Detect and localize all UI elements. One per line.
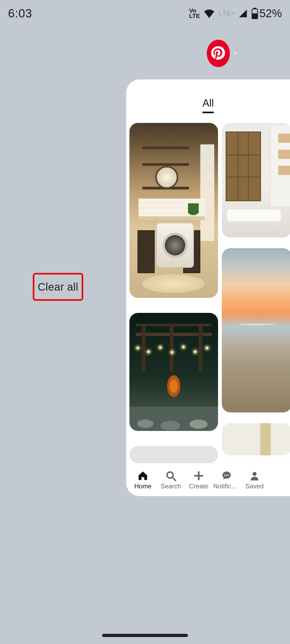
nav-search[interactable]: Search <box>157 470 185 490</box>
plus-icon <box>193 470 204 481</box>
pin-laundry-nook[interactable]: ••• <box>129 123 218 298</box>
svg-rect-2 <box>252 13 258 19</box>
feed-column-b <box>222 123 290 464</box>
tab-all[interactable]: All <box>202 97 214 113</box>
pinterest-logo-icon <box>207 40 230 67</box>
pin-loading-placeholder[interactable] <box>129 446 218 463</box>
nav-create[interactable]: Create <box>185 470 213 490</box>
battery-percent: 52% <box>259 7 282 20</box>
clear-all-label: Clear all <box>38 281 78 293</box>
android-status-bar: 6:03 Vo LTE LTE+ 52% <box>0 0 290 27</box>
nav-notifications-label: Notificat... <box>213 482 240 490</box>
clear-all-button[interactable]: Clear all <box>34 275 82 299</box>
nav-notifications[interactable]: Notificat... <box>213 470 241 490</box>
pin-interior-room-peek[interactable] <box>222 423 290 455</box>
svg-point-8 <box>253 472 257 476</box>
battery-icon <box>251 8 258 19</box>
volte-icon: Vo LTE <box>189 8 200 19</box>
feed-tabs: All <box>126 79 290 119</box>
wifi-icon <box>204 9 215 18</box>
home-icon <box>137 470 148 481</box>
search-icon <box>165 470 176 481</box>
bottom-nav: Home Search Create Notificat... Saved <box>126 463 290 496</box>
gesture-nav-bar[interactable] <box>102 634 188 637</box>
pin-sunset-beach[interactable] <box>222 248 290 412</box>
network-type-label: LTE+ <box>219 10 235 17</box>
volte-line2: LTE <box>189 13 200 19</box>
nav-search-label: Search <box>161 482 181 490</box>
pin-backyard-patio-night[interactable]: ••• <box>129 313 218 431</box>
svg-line-4 <box>173 478 176 481</box>
clock: 6:03 <box>8 7 32 20</box>
recents-app-card-pinterest[interactable]: All ••• <box>126 79 290 496</box>
profile-icon <box>249 470 260 481</box>
recents-app-header[interactable] <box>207 40 238 67</box>
svg-point-7 <box>228 474 229 476</box>
cell-signal-icon <box>238 9 248 18</box>
svg-point-6 <box>226 474 227 476</box>
nav-home[interactable]: Home <box>129 470 157 490</box>
pin-entryway-door[interactable] <box>222 123 290 237</box>
nav-create-label: Create <box>189 482 208 490</box>
nav-saved[interactable]: Saved <box>241 470 269 490</box>
chat-icon <box>221 470 232 481</box>
svg-point-5 <box>224 474 226 476</box>
nav-home-label: Home <box>134 482 151 490</box>
status-icons: Vo LTE LTE+ 52% <box>189 7 282 20</box>
feed-column-a: ••• ••• <box>129 123 218 464</box>
battery-status: 52% <box>251 7 282 20</box>
chevron-down-icon <box>233 50 238 57</box>
nav-saved-label: Saved <box>245 482 264 490</box>
feed-grid[interactable]: ••• ••• <box>129 123 290 464</box>
